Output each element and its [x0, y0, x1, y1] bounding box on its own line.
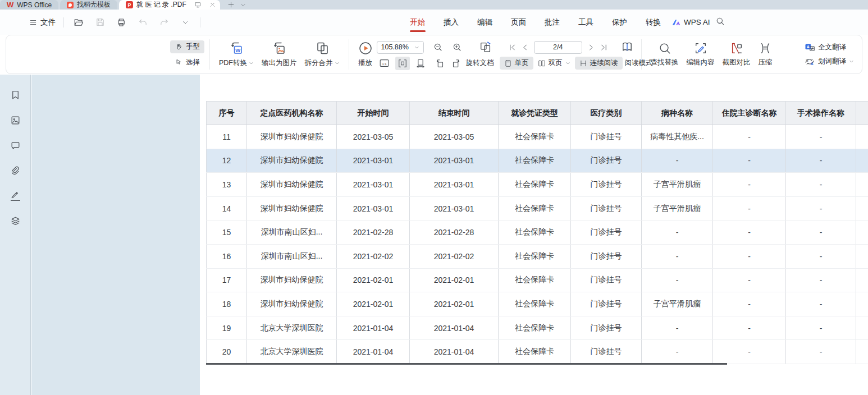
rotate-right-button[interactable]	[449, 57, 464, 70]
layers-icon	[10, 216, 21, 227]
menu-tab[interactable]: 开始	[409, 11, 426, 34]
thumbnails-panel-button[interactable]	[8, 113, 22, 127]
menu-tab[interactable]: 批注	[543, 11, 561, 34]
table-cell: 子宫平滑肌瘤	[642, 173, 713, 196]
menu-tab[interactable]: 转换	[645, 11, 662, 34]
continuous-icon	[579, 59, 587, 67]
menu-tab[interactable]: 页面	[510, 11, 527, 34]
table-cell: 2021-03-05	[337, 125, 410, 149]
quick-access-dropdown[interactable]	[179, 16, 192, 29]
menu-tab[interactable]: 保护	[611, 11, 628, 34]
menu-search-button[interactable]	[715, 16, 725, 26]
double-page-icon	[538, 59, 546, 67]
double-page-button[interactable]: 双页	[533, 57, 575, 70]
zoom-level-dropdown[interactable]: 105.88%	[377, 41, 424, 54]
play-label: 播放	[358, 58, 372, 68]
zoom-out-icon	[433, 42, 443, 52]
rotate-doc-label[interactable]: 旋转文档	[464, 57, 496, 70]
hand-tool-button[interactable]: 手型	[170, 40, 204, 53]
menu-tab[interactable]: 编辑	[476, 11, 494, 34]
export-image-icon	[272, 41, 286, 56]
pdf-convert-label: PDF转换	[219, 58, 247, 68]
table-cell: 2021-03-01	[410, 149, 499, 173]
read-mode-label[interactable]: 阅读模式	[623, 57, 655, 70]
wps-ai-logo-icon	[671, 19, 681, 26]
page-number-input[interactable]: 2/4	[534, 41, 582, 54]
edit-content-icon	[694, 42, 707, 55]
split-merge-button[interactable]: 拆分合并	[301, 41, 344, 68]
table-cell: 14	[206, 197, 247, 221]
export-image-button[interactable]: 输出为图片	[258, 41, 301, 68]
table-cell: -	[786, 197, 856, 221]
redo-button[interactable]	[157, 16, 171, 29]
comments-panel-button[interactable]	[8, 139, 22, 152]
actual-size-button[interactable]: 1:1	[377, 56, 392, 70]
screenshot-compare-icon	[730, 42, 743, 55]
play-button[interactable]: 播放	[354, 41, 377, 68]
save-button[interactable]	[93, 16, 107, 29]
tab-wps-office[interactable]: W WPS Office	[0, 0, 58, 10]
table-cell: 子宫平滑肌瘤	[642, 292, 713, 316]
next-page-button[interactable]	[584, 42, 597, 53]
last-page-button[interactable]	[597, 42, 610, 53]
select-tool-button[interactable]: 选择	[170, 56, 204, 69]
table-row: 14深圳市妇幼保健院2021-03-012021-03-01社会保障卡门诊挂号子…	[206, 197, 868, 221]
menu-tab[interactable]: 插入	[442, 11, 460, 34]
full-translate-button[interactable]: A 全文翻译	[804, 43, 854, 53]
rotate-left-button[interactable]	[432, 57, 447, 70]
bookmarks-panel-button[interactable]	[8, 88, 22, 102]
detach-window-icon[interactable]	[194, 1, 202, 8]
screenshot-compare-button[interactable]: 截图对比	[719, 42, 755, 67]
zoom-in-button[interactable]	[450, 40, 464, 54]
menu-tab[interactable]: 工具	[577, 11, 595, 34]
table-cell: 2021-02-02	[337, 245, 410, 268]
pdf-convert-button[interactable]: W PDF转换	[215, 41, 258, 68]
wps-ai-button[interactable]: WPS AI	[671, 18, 710, 26]
attachments-panel-button[interactable]	[8, 164, 22, 177]
open-file-button[interactable]	[72, 16, 85, 29]
layers-panel-button[interactable]	[8, 214, 22, 228]
close-icon[interactable]	[209, 2, 216, 8]
page-indicator: 2/4	[553, 43, 563, 51]
table-cell: -	[786, 149, 856, 173]
edit-content-button[interactable]: 编辑内容	[683, 42, 719, 67]
tab-list-chevron-icon[interactable]	[240, 2, 246, 8]
table-cell: 18	[206, 292, 247, 316]
prev-page-button[interactable]	[519, 42, 532, 53]
table-header-cell: 开始时间	[337, 102, 410, 125]
full-translate-icon: A	[804, 43, 815, 53]
table-header-cell: 医疗类别	[571, 102, 642, 125]
file-menu-button[interactable]: 文件	[29, 17, 56, 27]
single-page-button[interactable]: 单页	[500, 57, 533, 70]
first-page-button[interactable]	[506, 42, 519, 53]
rotate-pages-button[interactable]	[477, 39, 495, 56]
new-tab-plus-icon[interactable]	[227, 1, 235, 8]
table-cell: 深圳市南山区妇...	[247, 245, 337, 268]
table-cell: -	[642, 221, 713, 244]
records-table: 序号定点医药机构名称开始时间结束时间就诊凭证类型医疗类别病种名称住院主诊断名称手…	[206, 101, 868, 364]
fit-width-button[interactable]	[395, 57, 410, 70]
tab-docer-templates[interactable]: 找稻壳模板	[60, 0, 117, 10]
table-cell: 社会保障卡	[499, 221, 571, 244]
table-cell: 2021-03-01	[337, 173, 410, 196]
table-cell: 社会保障卡	[499, 125, 571, 149]
fit-page-button[interactable]	[413, 57, 428, 70]
table-cell	[856, 221, 868, 244]
tab-document-pdf[interactable]: P 就 医 记 录 .PDF	[119, 0, 220, 10]
screenshot-compare-label: 截图对比	[723, 58, 751, 67]
signature-panel-button[interactable]	[8, 189, 22, 203]
word-translate-button[interactable]: 文 A 划词翻译	[804, 57, 854, 67]
table-cell: -	[713, 221, 786, 244]
table-header-cell: 病种名称	[642, 102, 713, 125]
continuous-read-button[interactable]: 连续阅读	[575, 57, 623, 70]
table-cell: -	[713, 340, 786, 364]
print-button[interactable]	[115, 16, 128, 29]
table-cell: 2021-03-01	[337, 197, 410, 221]
undo-button[interactable]	[136, 16, 149, 29]
compress-button[interactable]: 压缩	[755, 42, 776, 67]
table-cell: 门诊挂号	[571, 197, 642, 221]
table-cell: 社会保障卡	[499, 292, 571, 316]
zoom-out-button[interactable]	[431, 40, 445, 54]
table-header-cell	[856, 102, 868, 125]
main-area: 序号定点医药机构名称开始时间结束时间就诊凭证类型医疗类别病种名称住院主诊断名称手…	[0, 75, 868, 395]
